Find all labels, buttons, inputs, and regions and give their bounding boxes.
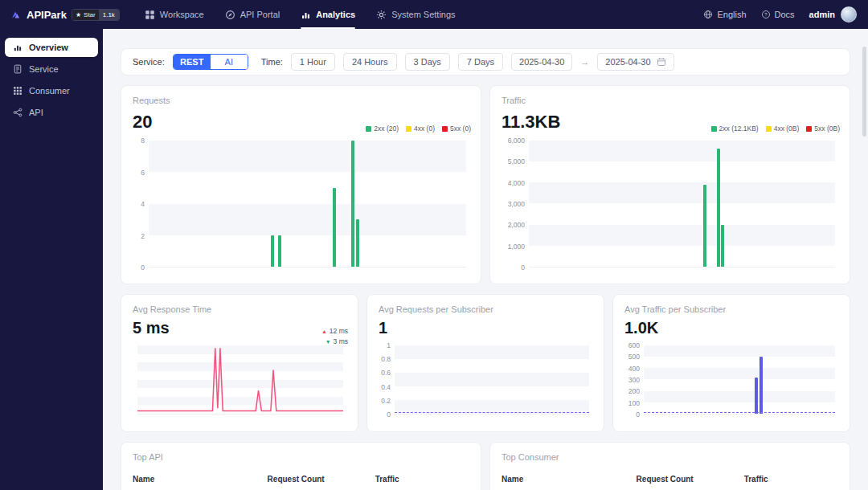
sidebar-item-label: Service	[29, 64, 59, 74]
service-option-rest[interactable]: REST	[174, 55, 211, 69]
legend-4xx[interactable]: 4xx (0B)	[766, 125, 800, 133]
card-title: Top Consumer	[502, 452, 838, 462]
top-api-table-header: Name Request Count Traffic	[133, 475, 469, 484]
card-title: Avg Traffic per Subscriber	[624, 304, 838, 314]
main-content: Service: REST AI Time: 1 Hour 24 Hours 3…	[103, 29, 868, 490]
docs-label: Docs	[775, 10, 795, 19]
time-24-hours-button[interactable]: 24 Hours	[343, 53, 397, 71]
date-start-input[interactable]: 2025-04-30	[511, 53, 572, 71]
charts-row-2: Avg Response Time 5 ms ▲12 ms ▼3 ms Avg …	[121, 294, 850, 432]
sidebar-item-api[interactable]: API	[5, 103, 98, 122]
tables-row: Top API Name Request Count Traffic Top C…	[121, 442, 850, 490]
column-request-count: Request Count	[268, 475, 375, 484]
vertical-scrollbar[interactable]	[862, 47, 866, 137]
traffic-card: Traffic 11.3KB 2xx (12.1KB) 4xx (0B) 5xx…	[489, 85, 850, 284]
date-range-arrow: →	[580, 57, 589, 67]
legend-label: 4xx (0)	[414, 125, 435, 133]
card-title: Traffic	[502, 96, 838, 105]
sidebar-item-label: Overview	[29, 43, 68, 52]
column-request-count: Request Count	[637, 475, 744, 484]
sidebar-item-label: Consumer	[29, 86, 70, 96]
gear-icon	[376, 10, 387, 20]
top-consumer-card: Top Consumer Name Request Count Traffic	[489, 442, 850, 490]
legend-label: 2xx (12.1KB)	[719, 125, 759, 133]
legend-swatch	[406, 126, 411, 132]
document-icon	[13, 64, 23, 74]
bar-chart-icon	[301, 10, 311, 20]
avg-response-value: 5 ms	[133, 319, 346, 337]
sidebar: Overview Service Consumer API	[0, 29, 103, 490]
logo-text: APIPark	[27, 9, 67, 21]
docs-link[interactable]: ? Docs	[761, 10, 795, 19]
avg-response-chart	[133, 345, 346, 414]
response-min-max: ▲12 ms ▼3 ms	[321, 327, 348, 345]
legend-2xx[interactable]: 2xx (12.1KB)	[711, 125, 759, 133]
traffic-legend: 2xx (12.1KB) 4xx (0B) 5xx (0B)	[711, 125, 840, 133]
nav-api-portal[interactable]: API Portal	[215, 0, 291, 29]
github-star-badge[interactable]: ★Star 1.1k	[72, 9, 120, 21]
sidebar-item-consumer[interactable]: Consumer	[5, 81, 98, 100]
legend-swatch	[806, 126, 812, 132]
legend-swatch	[442, 126, 448, 132]
user-menu[interactable]: admin	[809, 6, 857, 22]
nav-analytics[interactable]: Analytics	[290, 0, 366, 29]
brand[interactable]: APIPark ★Star 1.1k	[11, 9, 120, 21]
min-response: ▼3 ms	[326, 337, 348, 345]
date-end-input[interactable]: 2025-04-30	[597, 53, 674, 71]
date-end-value: 2025-04-30	[605, 57, 650, 67]
star-count: 1.1k	[99, 10, 119, 20]
avg-traffic-per-subscriber-card: Avg Traffic per Subscriber 1.0K 60050040…	[612, 294, 850, 432]
time-3-days-button[interactable]: 3 Days	[405, 53, 450, 71]
star-icon: ★	[76, 11, 81, 18]
globe-icon	[703, 10, 713, 19]
filter-bar: Service: REST AI Time: 1 Hour 24 Hours 3…	[121, 48, 850, 76]
nav-label: Workspace	[160, 10, 204, 19]
username: admin	[809, 10, 835, 19]
sidebar-item-service[interactable]: Service	[5, 59, 98, 79]
language-label: English	[717, 10, 746, 19]
column-traffic: Traffic	[375, 475, 469, 484]
navbar-right: English ? Docs admin	[703, 6, 857, 22]
requests-legend: 2xx (20) 4xx (0) 5xx (0)	[366, 125, 471, 133]
charts-row-1: Requests 20 2xx (20) 4xx (0) 5xx (0) 864…	[121, 85, 850, 284]
requests-chart: 86420	[133, 141, 469, 267]
legend-2xx[interactable]: 2xx (20)	[366, 125, 399, 133]
sidebar-item-overview[interactable]: Overview	[5, 38, 98, 57]
nav-workspace[interactable]: Workspace	[134, 0, 215, 29]
card-title: Avg Response Time	[133, 304, 346, 314]
caret-down-icon: ▼	[326, 339, 331, 345]
question-circle-icon: ?	[761, 10, 771, 19]
time-1-hour-button[interactable]: 1 Hour	[291, 53, 335, 71]
language-select[interactable]: English	[703, 10, 746, 19]
legend-5xx[interactable]: 5xx (0)	[442, 125, 471, 133]
caret-up-icon: ▲	[321, 329, 327, 334]
svg-text:?: ?	[764, 12, 768, 17]
nav-label: System Settings	[391, 10, 455, 19]
apipark-logo-icon	[11, 10, 22, 20]
avatar	[841, 6, 857, 22]
legend-label: 5xx (0B)	[814, 125, 840, 133]
date-start-value: 2025-04-30	[519, 57, 564, 67]
max-response-value: 12 ms	[330, 327, 348, 335]
legend-label: 4xx (0B)	[774, 125, 800, 133]
calendar-icon	[657, 57, 666, 67]
time-7-days-button[interactable]: 7 Days	[458, 53, 503, 71]
column-traffic: Traffic	[744, 475, 838, 484]
sidebar-item-label: API	[29, 108, 43, 117]
service-label: Service:	[133, 57, 165, 67]
compass-icon	[225, 10, 235, 20]
nav-label: Analytics	[316, 10, 355, 19]
avg-requests-chart: 10.80.60.40.20	[379, 345, 592, 414]
avg-traffic-value: 1.0K	[624, 319, 838, 337]
legend-5xx[interactable]: 5xx (0B)	[806, 125, 840, 133]
overview-chart-icon	[13, 43, 23, 52]
apps-grid-icon	[13, 86, 23, 96]
legend-4xx[interactable]: 4xx (0)	[406, 125, 435, 133]
card-title: Requests	[133, 96, 469, 105]
nav-system-settings[interactable]: System Settings	[366, 0, 465, 29]
service-option-ai[interactable]: AI	[211, 55, 248, 69]
max-response: ▲12 ms	[321, 327, 348, 335]
api-nodes-icon	[13, 108, 23, 117]
top-navbar: APIPark ★Star 1.1k Workspace API Portal	[0, 0, 868, 29]
legend-label: 2xx (20)	[374, 125, 399, 133]
